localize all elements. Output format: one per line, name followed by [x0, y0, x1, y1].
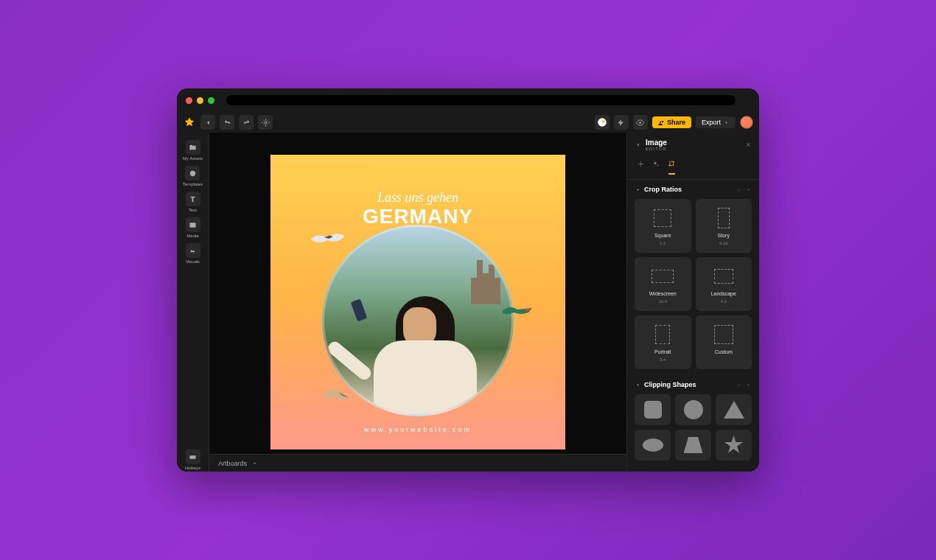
- ratio-sub: 9:16: [719, 241, 728, 245]
- crop-ratio-square[interactable]: Square1:1: [635, 199, 691, 253]
- maximize-window[interactable]: [208, 97, 214, 104]
- ratio-label: Square: [654, 233, 671, 238]
- settings-button[interactable]: [258, 115, 273, 130]
- undo-button[interactable]: [220, 115, 234, 130]
- sidebar-item-text[interactable]: Text: [186, 190, 200, 214]
- share-button[interactable]: Share: [652, 116, 691, 128]
- ratio-sub: 16:9: [658, 299, 667, 304]
- script-text: Lass uns gehen: [270, 190, 565, 206]
- shape-trapezoid[interactable]: [675, 430, 711, 461]
- shape-rounded-square[interactable]: [635, 394, 671, 425]
- svg-point-3: [640, 122, 642, 124]
- sidebar-item-visuals[interactable]: Visuals: [186, 242, 200, 265]
- tab-settings[interactable]: [638, 157, 644, 175]
- bolt-button[interactable]: [614, 115, 629, 130]
- app-logo[interactable]: [183, 116, 196, 129]
- panel-back-button[interactable]: [635, 141, 641, 148]
- ratio-sub: 3:4: [660, 357, 666, 362]
- bottom-bar: Artboards: [209, 454, 626, 472]
- ratio-sub: 4:3: [721, 299, 727, 304]
- tab-effects[interactable]: [653, 157, 660, 175]
- sidebar-label: My Assets: [183, 156, 203, 161]
- svg-point-0: [265, 122, 267, 124]
- sidebar-label: Hotkeys: [185, 466, 201, 470]
- canvas-area[interactable]: Lass uns gehen GERMANY www.yourwebsite.c…: [209, 133, 626, 472]
- shape-star[interactable]: [716, 430, 752, 461]
- artboards-label[interactable]: Artboards: [218, 460, 247, 467]
- panel-close-button[interactable]: [745, 141, 752, 148]
- chevron-up-icon[interactable]: [251, 460, 258, 466]
- ratio-sub: 1:1: [660, 241, 666, 245]
- sidebar-item-hotkeys[interactable]: Hotkeys: [185, 448, 201, 472]
- panel-title: Image: [646, 139, 741, 147]
- shape-triangle[interactable]: [716, 394, 752, 425]
- crop-ratio-widescreen[interactable]: Widescreen16:9: [635, 257, 691, 311]
- castle-graphic: [471, 260, 500, 304]
- crop-ratio-landscape[interactable]: Landscape4:3: [696, 257, 752, 311]
- svg-point-1: [598, 118, 607, 127]
- user-avatar[interactable]: [740, 116, 753, 129]
- tab-crop[interactable]: [668, 157, 675, 175]
- sidebar-label: Media: [186, 234, 198, 238]
- back-button[interactable]: [200, 115, 215, 130]
- sidebar-label: Visuals: [186, 259, 200, 264]
- shape-ellipse[interactable]: [635, 430, 671, 461]
- apply-icon[interactable]: [736, 186, 742, 193]
- toolbar: Share Export: [177, 112, 759, 133]
- minimize-window[interactable]: [197, 97, 203, 104]
- panel-header: Image EDITOR: [627, 133, 759, 157]
- svg-point-4: [190, 170, 195, 175]
- sidebar-item-assets[interactable]: My Assets: [183, 139, 203, 162]
- ratio-label: Story: [718, 233, 730, 238]
- artboard[interactable]: Lass uns gehen GERMANY www.yourwebsite.c…: [270, 155, 565, 449]
- body: My Assets Templates Text Media Visuals H…: [177, 133, 759, 472]
- sidebar-label: Text: [189, 208, 197, 212]
- sidebar: My Assets Templates Text Media Visuals H…: [177, 133, 209, 472]
- crop-ratio-custom[interactable]: Custom: [696, 315, 752, 369]
- bird-graphic: [307, 228, 348, 251]
- chevron-down-icon[interactable]: [635, 382, 641, 388]
- cancel-icon[interactable]: [745, 186, 752, 193]
- crop-section: Crop Ratios Square1:1Story9:16Widescreen…: [627, 180, 759, 375]
- close-window[interactable]: [186, 97, 192, 104]
- apply-icon[interactable]: [736, 382, 742, 388]
- app-window: Share Export My Assets Templates Text Me…: [177, 88, 759, 472]
- shapes-grid: [635, 394, 752, 461]
- ratio-label: Widescreen: [649, 291, 677, 296]
- svg-rect-5: [189, 223, 195, 227]
- chat-button[interactable]: [595, 115, 610, 130]
- ratio-label: Custom: [715, 349, 733, 354]
- sidebar-item-templates[interactable]: Templates: [183, 164, 203, 188]
- crop-ratio-story[interactable]: Story9:16: [696, 199, 752, 253]
- panel-subtitle: EDITOR: [646, 147, 741, 151]
- sidebar-label: Templates: [183, 182, 203, 186]
- bird-graphic: [318, 383, 355, 405]
- svg-point-7: [640, 163, 641, 164]
- shapes-section: Clipping Shapes: [627, 375, 759, 466]
- svg-point-2: [602, 120, 605, 123]
- crop-ratio-portrait[interactable]: Portrait3:4: [635, 315, 691, 369]
- titlebar: [177, 88, 759, 112]
- chevron-down-icon[interactable]: [635, 186, 641, 193]
- section-title: Clipping Shapes: [644, 381, 733, 388]
- export-label: Export: [702, 119, 721, 126]
- section-title: Crop Ratios: [644, 186, 733, 193]
- panel-tabs: [627, 157, 759, 180]
- preview-button[interactable]: [633, 115, 648, 130]
- url-bar[interactable]: [226, 95, 736, 105]
- cancel-icon[interactable]: [745, 382, 752, 388]
- export-button[interactable]: Export: [696, 116, 736, 128]
- sidebar-item-media[interactable]: Media: [186, 216, 200, 239]
- url-text: www.yourwebsite.com: [270, 426, 565, 433]
- shape-circle[interactable]: [675, 394, 711, 425]
- redo-button[interactable]: [239, 115, 254, 130]
- properties-panel: Image EDITOR Crop Ratios Square1:1Story9…: [626, 133, 759, 472]
- share-label: Share: [667, 119, 685, 126]
- ratio-label: Portrait: [654, 349, 671, 354]
- bird-graphic: [499, 302, 536, 321]
- svg-rect-6: [189, 455, 195, 459]
- ratio-label: Landscape: [711, 291, 736, 296]
